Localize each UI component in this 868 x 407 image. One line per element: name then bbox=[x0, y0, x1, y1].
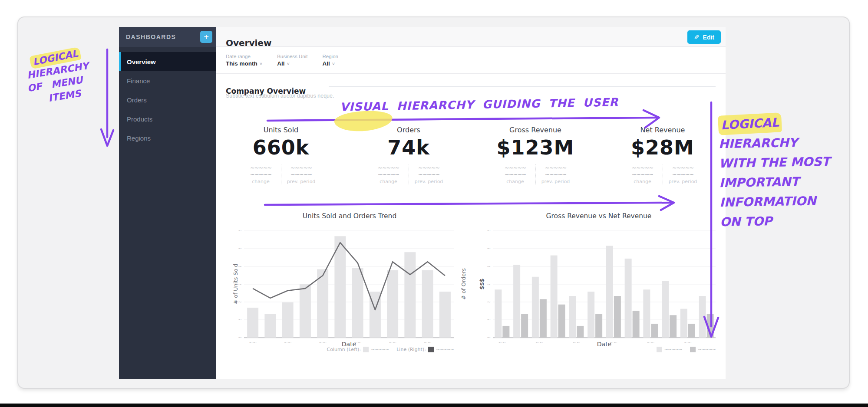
legend-entry: Line (Right):~~~~~ bbox=[396, 347, 454, 352]
legend-label: Column (Left): bbox=[327, 347, 361, 352]
sidebar-item-products[interactable]: Products bbox=[119, 109, 216, 128]
kpi-value: $28M bbox=[615, 136, 710, 159]
svg-text:~: ~ bbox=[487, 282, 491, 287]
legend-entry: ~~~~~ bbox=[690, 347, 716, 352]
kpi-prev-period-label: prev. period bbox=[663, 179, 703, 184]
legend-placeholder-squiggle: ~~~~~ bbox=[664, 347, 682, 352]
kpi-change-col: ~~~~~ ~~~~~change bbox=[369, 164, 409, 184]
svg-text:~: ~ bbox=[487, 246, 491, 252]
kpi-change-label: change bbox=[369, 179, 409, 184]
svg-text:~: ~ bbox=[487, 317, 491, 323]
placeholder-squiggle: ~~~~~ ~~~~~ bbox=[495, 164, 535, 177]
svg-text:~: ~ bbox=[238, 246, 242, 252]
svg-text:~: ~ bbox=[487, 335, 491, 341]
kpi-prev-period-col: ~~~~~ ~~~~~prev. period bbox=[535, 164, 576, 184]
legend-placeholder-squiggle: ~~~~~ bbox=[698, 347, 716, 352]
section-title: Company Overview bbox=[226, 87, 306, 95]
legend-entry: Column (Left):~~~~~ bbox=[327, 347, 389, 352]
add-dashboard-button[interactable]: + bbox=[200, 31, 212, 43]
kpi-units-sold: Units Sold660k~~~~~ ~~~~~change~~~~~ ~~~… bbox=[233, 126, 329, 184]
annotation-arrow-guiding bbox=[265, 108, 669, 131]
chart-units-orders-trend: Units Sold and Orders Trend~~~~~~~~~~~~~… bbox=[228, 211, 471, 359]
kpi-change-col: ~~~~~ ~~~~~change bbox=[623, 164, 663, 184]
sidebar-item-overview[interactable]: Overview bbox=[119, 52, 216, 71]
annotation-line: WITH THE MOST bbox=[719, 152, 830, 173]
filter-value: This month˅ bbox=[226, 60, 262, 67]
annotation-arrow-down-left bbox=[98, 48, 117, 150]
legend-swatch bbox=[657, 347, 662, 352]
filter-bar: Date rangeThis month˅Business UnitAll˅Re… bbox=[216, 47, 726, 74]
placeholder-squiggle: ~~~~~ ~~~~~ bbox=[369, 164, 409, 177]
placeholder-squiggle: ~~~~~ ~~~~~ bbox=[281, 164, 321, 177]
chart-gross-vs-net-revenue: Gross Revenue vs Net Revenue~~~~~~~~~~~~… bbox=[475, 211, 723, 359]
annotation-line: HIERARCHY bbox=[718, 132, 830, 154]
filter-label: Date range bbox=[226, 54, 262, 59]
kpi-change-label: change bbox=[495, 179, 535, 184]
sidebar-nav: OverviewFinanceOrdersProductsRegions bbox=[119, 52, 216, 148]
legend-swatch bbox=[690, 347, 696, 352]
kpi-prev-period-col: ~~~~~ ~~~~~prev. period bbox=[409, 164, 449, 184]
kpi-value: 660k bbox=[233, 136, 329, 159]
svg-text:~: ~ bbox=[238, 335, 242, 341]
kpi-change-label: change bbox=[241, 179, 281, 184]
yellow-highlight: LOGICAL bbox=[718, 112, 782, 135]
kpi-subrow: ~~~~~ ~~~~~change~~~~~ ~~~~~prev. period bbox=[361, 164, 456, 184]
filter-date-range[interactable]: Date rangeThis month˅ bbox=[226, 54, 262, 67]
y-axis-label-right: # of Orders bbox=[460, 263, 467, 306]
sidebar-item-regions[interactable]: Regions bbox=[119, 128, 216, 148]
placeholder-squiggle: ~~~~~ ~~~~~ bbox=[409, 164, 449, 177]
filter-region[interactable]: RegionAll˅ bbox=[323, 54, 338, 67]
placeholder-squiggle: ~~~~~ ~~~~~ bbox=[536, 164, 576, 177]
chart-legend: Column (Left):~~~~~Line (Right):~~~~~ bbox=[327, 347, 454, 352]
svg-text:~: ~ bbox=[487, 264, 491, 269]
kpi-value: 74k bbox=[361, 136, 456, 159]
filter-label: Region bbox=[323, 54, 338, 59]
sidebar-title: DASHBOARDS bbox=[126, 33, 176, 40]
annotation-right-note: LOGICALHIERARCHYWITH THE MOSTIMPORTANTIN… bbox=[718, 113, 832, 232]
sidebar-header: DASHBOARDS + bbox=[119, 27, 216, 47]
chart-legend: ~~~~~~~~~~ bbox=[657, 347, 716, 352]
filter-business-unit[interactable]: Business UnitAll˅ bbox=[277, 54, 307, 67]
y-axis-label-dollars: $$$ bbox=[479, 271, 485, 297]
legend-entry: ~~~~~ bbox=[657, 347, 682, 352]
kpi-subrow: ~~~~~ ~~~~~change~~~~~ ~~~~~prev. period bbox=[233, 164, 329, 184]
kpi-change-col: ~~~~~ ~~~~~change bbox=[495, 164, 535, 184]
y-axis-label-left: # of Units Sold bbox=[232, 260, 239, 308]
filter-value: All˅ bbox=[323, 60, 338, 67]
pencil-icon: ✎ bbox=[694, 33, 700, 41]
svg-text:~: ~ bbox=[487, 228, 491, 234]
chevron-down-icon: ˅ bbox=[332, 61, 335, 66]
kpi-prev-period-label: prev. period bbox=[536, 179, 576, 184]
edit-button[interactable]: ✎ Edit bbox=[687, 30, 721, 44]
svg-text:~: ~ bbox=[487, 299, 491, 305]
bottom-edge-bar bbox=[0, 404, 868, 407]
filter-label: Business Unit bbox=[277, 54, 307, 59]
content-header: Overview ✎ Edit bbox=[216, 27, 726, 47]
placeholder-squiggle: ~~~~~ ~~~~~ bbox=[663, 164, 703, 177]
chevron-down-icon: ˅ bbox=[260, 61, 262, 66]
sidebar-item-finance[interactable]: Finance bbox=[119, 71, 216, 90]
placeholder-squiggle: ~~~~~ ~~~~~ bbox=[623, 164, 663, 177]
screenshot-root: DASHBOARDS + OverviewFinanceOrdersProduc… bbox=[0, 0, 868, 407]
kpi-subrow: ~~~~~ ~~~~~change~~~~~ ~~~~~prev. period bbox=[488, 164, 583, 184]
section-divider bbox=[329, 86, 716, 87]
placeholder-squiggle: ~~~~~ ~~~~~ bbox=[241, 164, 281, 177]
svg-text:~: ~ bbox=[238, 317, 242, 323]
kpi-gross-revenue: Gross Revenue$123M~~~~~ ~~~~~change~~~~~… bbox=[488, 126, 583, 184]
legend-swatch bbox=[363, 347, 369, 352]
annotation-line: IMPORTANT bbox=[719, 171, 831, 193]
kpi-change-label: change bbox=[623, 179, 663, 184]
filter-value: All˅ bbox=[277, 60, 307, 67]
sidebar: DASHBOARDS + OverviewFinanceOrdersProduc… bbox=[119, 27, 216, 379]
chevron-down-icon: ˅ bbox=[287, 61, 289, 66]
kpi-row: Units Sold660k~~~~~ ~~~~~change~~~~~ ~~~… bbox=[216, 126, 726, 195]
edit-button-label: Edit bbox=[703, 34, 714, 41]
kpi-value: $123M bbox=[488, 136, 583, 159]
kpi-change-col: ~~~~~ ~~~~~change bbox=[241, 164, 281, 184]
annotation-arrow-mid bbox=[262, 194, 681, 213]
sidebar-item-orders[interactable]: Orders bbox=[119, 90, 216, 109]
legend-placeholder-squiggle: ~~~~~ bbox=[436, 347, 454, 352]
annotation-line: LOGICAL bbox=[718, 113, 830, 134]
kpi-orders: Orders74k~~~~~ ~~~~~change~~~~~ ~~~~~pre… bbox=[361, 126, 456, 184]
chart-plot: ~~~~~~~~~~~~~~~~~~~ bbox=[475, 211, 723, 350]
